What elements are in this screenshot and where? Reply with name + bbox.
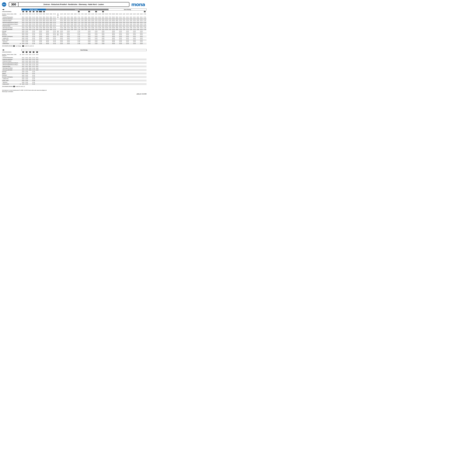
time-cell: 13.22 (129, 18, 133, 19)
time-cell: 10.31 (119, 33, 122, 33)
time-cell: 07.32 (53, 38, 56, 39)
time-cell: 09.21 (115, 16, 119, 18)
station-name: - Adenauerring/Nordbrücke (Steig 1) (2, 24, 20, 25)
station-row: - Oberwang DACHSER18.2919.2920.2921.2922… (2, 69, 147, 71)
time-cell: 23.27 (102, 25, 105, 27)
time-cell: 22.22 (35, 18, 39, 19)
time-cell: 21.30 (94, 31, 98, 32)
time-cell: 22.25 (98, 24, 102, 25)
note-badge-fr: Fr (13, 45, 15, 47)
station-name-line2: (Steig A7) (2, 55, 20, 57)
time-cell: 00.28 (105, 27, 108, 28)
time-cell: 22.22 (35, 59, 39, 60)
note-badge-hs: HS (95, 11, 97, 12)
time-cell: 18.34 (21, 39, 25, 41)
time-cell: 09.22 (115, 18, 119, 19)
time-cell: 21.21 (32, 57, 35, 58)
time-cell: 23.23 (39, 20, 42, 21)
line-number-box: 300 (9, 2, 18, 7)
time-cell: 16.52 (74, 18, 77, 19)
time-cell: 06.58 (49, 27, 53, 28)
time-cell: 10.32 (119, 36, 122, 37)
time-cell: 20.21 (28, 16, 32, 18)
time-cell: 14.22 (133, 18, 136, 19)
time-cell: 13.23 (129, 20, 133, 21)
station-row: Hirschdorf, Ortseingang18.3219.3221.3223… (2, 36, 147, 37)
note-badge-hs: HS (29, 11, 31, 12)
time-cell: 18.25 (21, 24, 25, 25)
footer-info-line2: Änderungen vorbehalten. (2, 91, 147, 92)
direction-arrow-icon (2, 9, 20, 10)
time-cell: 18.32 (21, 38, 25, 39)
time-cell: 00.21 (105, 16, 108, 18)
time-cell: 23.25 (102, 24, 105, 25)
time-cell: 15.29 (136, 29, 140, 30)
time-cell: 23.24 (102, 22, 105, 23)
time-cell: 16.22 (139, 18, 143, 19)
station-row: - Residenz/Pfeilergraben18.2119.2120.212… (2, 57, 147, 59)
time-cell: 17.23 (77, 20, 81, 21)
time-cell: 14.20 (60, 13, 63, 15)
time-cell: 15.29 (67, 29, 70, 30)
time-cell: 20.27 (28, 66, 32, 67)
time-cell: 14.28 (133, 27, 136, 28)
time-cell: 17.50 (81, 13, 84, 15)
time-cell: 15.58 (70, 27, 74, 28)
time-cell: 18.22 (84, 18, 87, 19)
time-cell: 17.20 (143, 13, 147, 15)
time-cell: 07.31 (53, 33, 56, 33)
note-badge-hs: HS (40, 11, 42, 12)
time-cell: 00.25 (42, 24, 46, 25)
time-cell: 21.31 (32, 73, 35, 74)
time-cell: 10.30 (119, 31, 122, 32)
legend-label: ZEICHENERKLÄRUNG: (2, 86, 13, 87)
station-name: - Memminger Str./Breite (2, 27, 20, 28)
time-cell: 08.30 (112, 31, 115, 32)
time-cell: 16.58 (74, 27, 77, 28)
note-badge-hs: HS (33, 51, 34, 53)
time-cell: 18.35 (21, 41, 25, 42)
time-cell: 17.59 (81, 29, 84, 30)
time-cell: 19.29 (25, 69, 29, 70)
time-cell: 19.27 (87, 25, 91, 27)
station-name: Lauben, Hofen (2, 80, 20, 81)
time-cell: 09.20 (115, 13, 119, 15)
legend-item: HS= nicht 24. und 31.12. (22, 45, 34, 47)
legend-text: = nur freitags (15, 45, 21, 47)
time-cell: 07.25 (53, 24, 56, 25)
time-cell: 06.34 (46, 39, 49, 41)
time-cell: 14.32 (133, 38, 136, 39)
station-name: Lauben, Hofen (2, 39, 20, 41)
time-cell: 23.30 (102, 31, 105, 32)
station-name: Härtnagel (2, 71, 20, 72)
time-cell: 14.25 (60, 24, 63, 25)
station-row: - Rottachstr./Arbeitsamt18.2219.2220.222… (2, 59, 147, 60)
time-cell: 18.22 (21, 18, 25, 19)
legend-label: ZEICHENERKLÄRUNG: (2, 45, 13, 47)
time-cell: 00.22 (42, 18, 46, 19)
note-badge-cell: HS (143, 11, 147, 12)
depart-arrive-mark: ab (20, 54, 21, 55)
time-cell: 07.30 (53, 31, 56, 32)
legend-table2: ZEICHENERKLÄRUNG:HS= nicht 24. und 31.12… (2, 86, 147, 87)
time-cell: 06.30 (46, 31, 49, 32)
time-cell: 21.23 (94, 20, 98, 21)
time-cell: 23.20 (102, 13, 105, 15)
time-cell: 16.50 (74, 13, 77, 15)
time-cell: 14.25 (133, 24, 136, 25)
time-cell: 15.51 (70, 16, 74, 18)
note-badge-hs: HS (144, 11, 146, 12)
time-cell: 22.27 (35, 25, 39, 27)
time-cell: 16.29 (139, 29, 143, 30)
time-cell: 14.27 (133, 25, 136, 27)
timetable-sonn-feiertag-abend: Sonn-/FeiertagVERKEHRSHINWEISHSHSHSHSHSK… (2, 49, 147, 85)
time-cell: 18.29 (84, 29, 87, 30)
note-badge-cell: HS (35, 51, 39, 53)
time-cell: 07.28 (53, 27, 56, 28)
time-cell: 07.24 (53, 22, 56, 23)
note-badge-hs: HS (22, 11, 24, 12)
station-row: - Residenz/Pfeilergraben18.2119.2120.212… (2, 16, 147, 18)
station-name: - Adenauerring/Nordbrücke (Steig 6) (2, 62, 20, 64)
station-name-line2: (Steig A7) (2, 15, 20, 16)
verkehrshinweis-label: VERKEHRSHINWEIS (2, 11, 21, 12)
